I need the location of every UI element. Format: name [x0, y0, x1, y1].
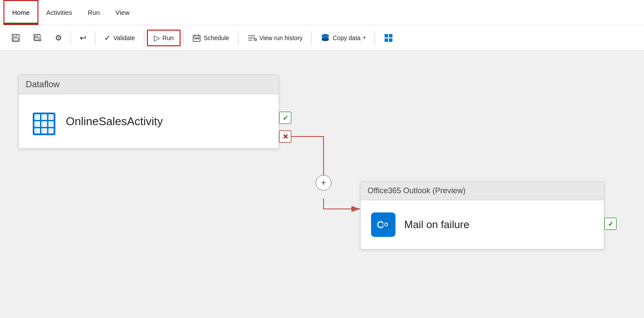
- svg-rect-28: [48, 114, 54, 120]
- menu-item-view[interactable]: View: [108, 0, 137, 25]
- save-as-button[interactable]: ↗: [27, 31, 48, 45]
- validate-label: Validate: [113, 34, 135, 41]
- extra-tool-icon: [384, 33, 393, 43]
- svg-point-20: [322, 38, 329, 41]
- copy-data-dropdown-arrow: ▾: [363, 35, 366, 41]
- menu-item-activities[interactable]: Activities: [38, 0, 80, 25]
- view-run-history-button[interactable]: View run history: [241, 31, 309, 44]
- svg-rect-5: [34, 38, 39, 40]
- svg-text:O: O: [384, 222, 388, 228]
- svg-rect-4: [35, 34, 38, 37]
- office365-activity-name: Mail on failure: [404, 219, 469, 231]
- run-button[interactable]: ▷ Run: [147, 30, 181, 46]
- menu-item-view-label: View: [116, 9, 129, 16]
- fail-connector[interactable]: ✕: [279, 130, 291, 143]
- view-run-history-label: View run history: [259, 34, 303, 41]
- menu-item-run[interactable]: Run: [80, 0, 108, 25]
- svg-rect-26: [34, 114, 40, 120]
- office365-success-icon: ✓: [608, 220, 613, 228]
- validate-icon: ✓: [104, 33, 111, 43]
- undo-icon: ↩: [80, 33, 86, 43]
- schedule-icon: [192, 34, 201, 42]
- dataflow-box: Dataflow ↩ OnlineSalesAct: [18, 75, 279, 149]
- run-label: Run: [163, 34, 174, 41]
- fail-x-icon: ✕: [283, 133, 288, 141]
- svg-rect-23: [385, 38, 388, 42]
- office365-header: Office365 Outlook (Preview): [361, 182, 604, 200]
- adf-grid-icon: [33, 113, 55, 135]
- svg-rect-13: [198, 38, 199, 39]
- office365-body: O Mail on failure: [361, 200, 604, 249]
- save-icon: [11, 34, 20, 42]
- dataflow-body: ↩ OnlineSalesActivity: [19, 94, 279, 148]
- svg-point-38: [378, 222, 383, 227]
- save-as-icon: ↗: [33, 34, 42, 42]
- run-icon: ▷: [154, 33, 160, 43]
- divider-3: [144, 31, 144, 45]
- copy-data-button[interactable]: Copy data ▾: [314, 31, 372, 45]
- success-check-icon: ✓: [283, 114, 288, 122]
- copy-data-label: Copy data: [333, 34, 361, 41]
- copy-data-icon: [320, 34, 330, 42]
- toolbar: ↗ ⚙ ↩ ✓ Validate ▷ Run Schedule: [0, 25, 644, 51]
- svg-rect-34: [48, 128, 54, 133]
- menu-bar: Home Activities Run View: [0, 0, 644, 25]
- svg-rect-2: [13, 38, 18, 41]
- dataflow-header: Dataflow: [19, 75, 279, 94]
- extra-tool-button[interactable]: [378, 31, 399, 45]
- view-run-history-icon: [247, 34, 257, 42]
- svg-rect-29: [34, 121, 40, 127]
- outlook-svg: O: [375, 216, 392, 233]
- divider-7: [375, 31, 375, 45]
- activity-name: OnlineSalesActivity: [66, 115, 163, 128]
- save-button[interactable]: [5, 31, 26, 45]
- menu-item-run-label: Run: [88, 9, 100, 16]
- svg-rect-33: [41, 128, 47, 133]
- svg-rect-30: [41, 121, 47, 127]
- divider-5: [238, 31, 239, 45]
- office365-success-connector[interactable]: ✓: [604, 218, 617, 230]
- office365-title: Office365 Outlook (Preview): [368, 186, 466, 195]
- validate-button[interactable]: ✓ Validate: [98, 31, 141, 45]
- svg-rect-27: [41, 114, 47, 120]
- svg-rect-32: [34, 128, 40, 133]
- svg-rect-12: [196, 38, 198, 39]
- divider-2: [95, 31, 95, 45]
- svg-text:↗: ↗: [39, 38, 42, 42]
- activity-icon-container: ↩: [29, 107, 57, 135]
- svg-rect-11: [194, 38, 196, 39]
- plus-icon: +: [321, 178, 326, 188]
- svg-rect-22: [389, 34, 392, 38]
- svg-rect-31: [48, 121, 54, 127]
- menu-item-activities-label: Activities: [46, 9, 72, 16]
- dataflow-title: Dataflow: [26, 79, 60, 89]
- add-activity-button[interactable]: +: [316, 175, 331, 191]
- svg-rect-24: [389, 38, 392, 42]
- divider-4: [183, 31, 184, 45]
- divider-6: [311, 31, 312, 45]
- menu-item-home[interactable]: Home: [3, 0, 38, 25]
- svg-rect-21: [385, 34, 388, 38]
- canvas: Dataflow ↩ OnlineSalesAct: [0, 51, 644, 318]
- office365-box: Office365 Outlook (Preview) O Mail on fa…: [360, 181, 604, 250]
- svg-rect-1: [14, 34, 17, 37]
- svg-point-18: [255, 39, 256, 40]
- gear-icon: ⚙: [55, 33, 62, 43]
- success-connector[interactable]: ✓: [279, 112, 291, 124]
- schedule-button[interactable]: Schedule: [186, 31, 235, 45]
- outlook-icon: O: [371, 212, 395, 237]
- divider-1: [71, 31, 71, 45]
- undo-button[interactable]: ↩: [74, 31, 92, 45]
- settings-button[interactable]: ⚙: [49, 31, 68, 45]
- menu-item-home-label: Home: [12, 9, 30, 16]
- schedule-label: Schedule: [204, 34, 229, 41]
